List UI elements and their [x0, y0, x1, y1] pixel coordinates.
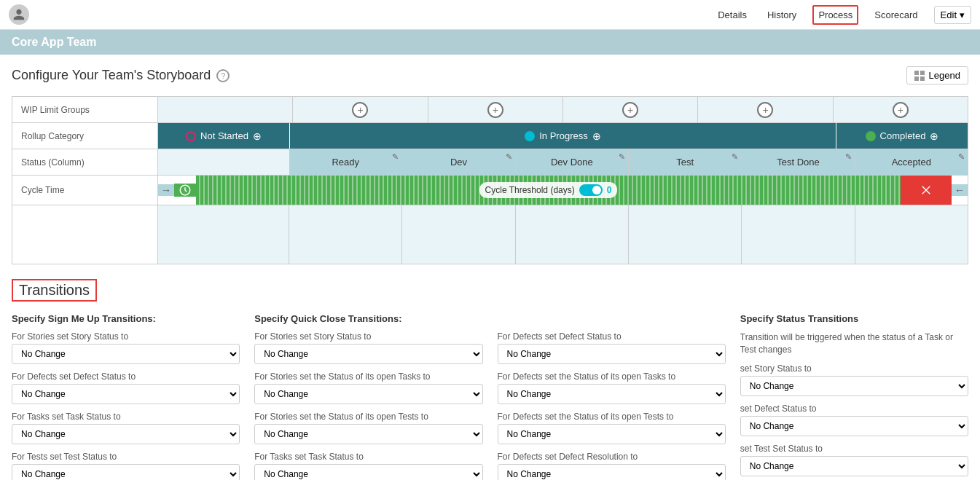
- rollup-row: Rollup Category Not Started ⊕ In Progres…: [12, 123, 968, 149]
- sign-me-up-defect-field: For Defects set Defect Status to No Chan…: [12, 371, 240, 404]
- nav-history[interactable]: History: [763, 7, 801, 23]
- status-row: Status (Column) ✎ Ready ✎ Dev ✎ Dev Done: [12, 149, 968, 176]
- sign-me-up-defect-select[interactable]: No Change: [12, 384, 240, 404]
- cycle-end-zone: [901, 176, 952, 205]
- wip-add-5[interactable]: +: [893, 102, 909, 118]
- transitions-title: Transitions: [12, 279, 97, 302]
- nav-process[interactable]: Process: [812, 5, 858, 25]
- empty-cell-5: [742, 205, 855, 264]
- rollup-not-started: Not Started ⊕: [158, 123, 289, 149]
- cycle-threshold-toggle[interactable]: [579, 184, 603, 196]
- status-testset-select[interactable]: No Change: [740, 456, 968, 476]
- empty-cell-1: [289, 205, 402, 264]
- edit-ready-icon[interactable]: ✎: [392, 152, 399, 162]
- wip-col-1[interactable]: +: [293, 97, 428, 122]
- sign-me-up-test-label: For Tests set Test Status to: [12, 452, 240, 462]
- defects-status-field: For Defects set Defect Status to No Chan…: [498, 331, 726, 364]
- status-main: ✎ Ready ✎ Dev ✎ Dev Done ✎ Test: [158, 149, 968, 175]
- toggle-knob: [592, 186, 601, 194]
- nav-details[interactable]: Details: [713, 7, 751, 23]
- quick-close-story-label: For Stories set Story Status to: [254, 331, 482, 342]
- defects-resolution-select[interactable]: No Change: [498, 464, 726, 480]
- edit-devdone-icon[interactable]: ✎: [619, 152, 625, 162]
- legend-grid-icon: [914, 71, 925, 81]
- rollup-in-progress-label: In Progress: [539, 130, 587, 141]
- empty-cell-4: [629, 205, 742, 264]
- legend-button[interactable]: Legend: [906, 66, 968, 84]
- defects-tasks-label: For Defects set the Status of its open T…: [498, 371, 726, 382]
- sign-me-up-test-field: For Tests set Test Status to No Change: [12, 452, 240, 480]
- edit-test-icon[interactable]: ✎: [732, 152, 738, 162]
- empty-label: [12, 205, 158, 264]
- defects-tasks-select[interactable]: No Change: [498, 384, 726, 404]
- edit-label: Edit: [941, 9, 957, 20]
- quick-close-story-select[interactable]: No Change: [254, 344, 482, 364]
- quick-close-story-tests-select[interactable]: No Change: [254, 424, 482, 444]
- wip-add-3[interactable]: +: [622, 102, 638, 118]
- user-icon: [9, 4, 29, 25]
- wip-col-4[interactable]: +: [698, 97, 833, 122]
- empty-main: [158, 205, 968, 264]
- sign-me-up-task-select[interactable]: No Change: [12, 424, 240, 444]
- status-testdone: Test Done: [777, 157, 820, 168]
- wip-add-4[interactable]: +: [757, 102, 773, 118]
- wip-main: + + + + +: [158, 97, 968, 122]
- help-icon[interactable]: ?: [216, 69, 230, 82]
- nav-scorecard[interactable]: Scorecard: [870, 7, 922, 23]
- edit-testdone-icon[interactable]: ✎: [845, 152, 852, 162]
- sign-me-up-test-select[interactable]: No Change: [12, 464, 240, 480]
- defects-tests-select[interactable]: No Change: [498, 424, 726, 444]
- quick-close-story-tests-label: For Stories set the Status of its open T…: [254, 412, 482, 422]
- empty-cell-3: [516, 205, 629, 264]
- defects-tests-label: For Defects set the Status of its open T…: [498, 412, 726, 422]
- status-devdone: Dev Done: [551, 157, 593, 168]
- cycle-row: Cycle Time → Cycle Threshold (days) 0: [12, 176, 968, 205]
- edit-accepted-icon[interactable]: ✎: [958, 152, 965, 162]
- legend-label: Legend: [929, 70, 960, 81]
- defects-status-select[interactable]: No Change: [498, 344, 726, 364]
- sign-me-up-story-label: For Stories set Story Status to: [12, 331, 240, 342]
- status-story-select[interactable]: No Change: [740, 376, 968, 396]
- sign-me-up-title: Specify Sign Me Up Transitions:: [12, 313, 240, 324]
- wip-col-3[interactable]: +: [563, 97, 698, 122]
- status-col-accepted: ✎ Accepted: [855, 149, 968, 175]
- status-placeholder: [158, 149, 289, 175]
- in-progress-icon: [525, 131, 535, 141]
- wip-col-5[interactable]: +: [834, 97, 968, 122]
- quick-close-story-tasks-select[interactable]: No Change: [254, 384, 482, 404]
- quick-close-task-field: For Tasks set Task Status to No Change: [254, 452, 482, 480]
- status-dev: Dev: [450, 157, 467, 168]
- empty-first: [158, 205, 289, 264]
- cycle-threshold-label: Cycle Threshold (days): [485, 185, 575, 195]
- rollup-not-started-add[interactable]: ⊕: [253, 130, 262, 142]
- wip-row: WIP Limit Groups + + + +: [12, 97, 968, 123]
- wip-add-1[interactable]: +: [352, 102, 368, 118]
- sign-me-up-defect-label: For Defects set Defect Status to: [12, 371, 240, 382]
- status-col-dev: ✎ Dev: [402, 149, 515, 175]
- defects-section: placeholder For Defects set Defect Statu…: [498, 313, 726, 480]
- edit-button[interactable]: Edit ▾: [934, 6, 971, 24]
- top-nav: Details History Process Scorecard Edit ▾: [0, 0, 980, 30]
- quick-close-task-select[interactable]: No Change: [254, 464, 482, 480]
- status-transitions-desc: Transition will be triggered when the st…: [740, 331, 968, 356]
- edit-dev-icon[interactable]: ✎: [506, 152, 512, 162]
- status-testset-label: set Test Set Status to: [740, 444, 968, 454]
- rollup-in-progress-add[interactable]: ⊕: [592, 130, 601, 142]
- status-test: Test: [676, 157, 694, 168]
- status-cols: ✎ Ready ✎ Dev ✎ Dev Done ✎ Test: [289, 149, 968, 175]
- rollup-label: Rollup Category: [12, 123, 158, 149]
- empty-cell-6: [855, 205, 968, 264]
- empty-cell-2: [402, 205, 515, 264]
- status-defect-select[interactable]: No Change: [740, 416, 968, 436]
- wip-col-2[interactable]: +: [428, 97, 563, 122]
- status-accepted: Accepted: [892, 157, 931, 168]
- quick-close-story-tests-field: For Stories set the Status of its open T…: [254, 412, 482, 444]
- wip-add-2[interactable]: +: [487, 102, 503, 118]
- sign-me-up-story-select[interactable]: No Change: [12, 344, 240, 364]
- cycle-threshold-value: 0: [607, 185, 612, 195]
- quick-close-story-tasks-label: For Stories set the Status of its open T…: [254, 371, 482, 382]
- cycle-clock-icon: [174, 184, 196, 197]
- rollup-completed-add[interactable]: ⊕: [930, 130, 938, 142]
- status-transitions-section: Specify Status Transitions Transition wi…: [740, 313, 968, 480]
- status-testset-field: set Test Set Status to No Change: [740, 444, 968, 476]
